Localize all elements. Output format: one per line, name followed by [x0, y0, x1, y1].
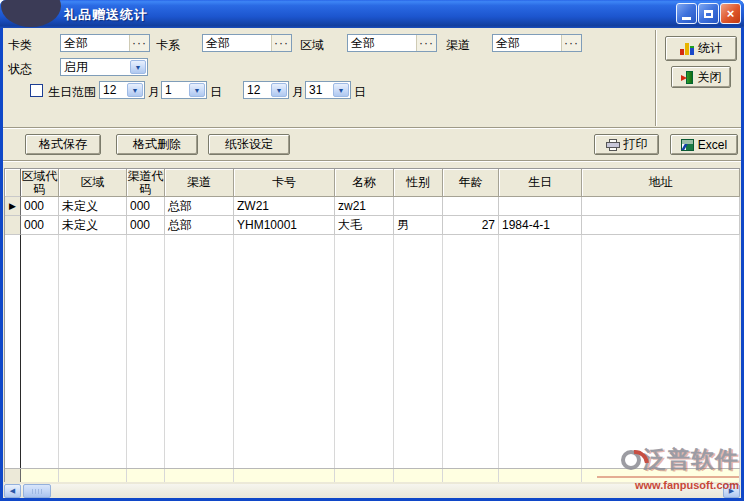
card-type-value: 全部 [61, 35, 129, 52]
col-header-age[interactable]: 年龄 [443, 169, 499, 197]
to-month-dropdown-icon[interactable]: ▼ [271, 83, 287, 97]
cell: YHM10001 [234, 216, 335, 235]
stats-button[interactable]: 统计 [665, 36, 737, 61]
birthday-range-checkbox[interactable] [30, 84, 43, 97]
empty-column [443, 235, 499, 468]
save-format-button[interactable]: 格式保存 [25, 134, 101, 155]
card-type-browse-icon[interactable]: ··· [129, 35, 149, 51]
window-title: 礼品赠送统计 [64, 6, 148, 24]
region-value: 全部 [348, 35, 416, 52]
card-series-value: 全部 [203, 35, 271, 52]
app-window: 礼品赠送统计 × 卡类 全部 ··· 卡系 全部 ··· 区域 全部 ··· 渠… [0, 0, 744, 501]
col-header-birthday[interactable]: 生日 [499, 169, 582, 197]
card-series-browse-icon[interactable]: ··· [271, 35, 291, 51]
col-header-channel[interactable]: 渠道 [165, 169, 234, 197]
cell: 总部 [165, 197, 234, 216]
separator-1 [3, 127, 741, 129]
from-day-dropdown-icon[interactable]: ▼ [189, 83, 205, 97]
footer-cell [234, 469, 335, 482]
cell: 000 [21, 197, 59, 216]
footer-cell [59, 469, 127, 482]
title-bar: 礼品赠送统计 × [0, 0, 744, 28]
scroll-left-button[interactable]: ◀ [4, 484, 21, 498]
footer-cell [165, 469, 234, 482]
grid-row-2[interactable]: 000 未定义 000 总部 YHM10001 大毛 男 27 1984-4-1 [5, 216, 740, 235]
cell [443, 197, 499, 216]
close-form-button[interactable]: 关闭 [671, 66, 731, 88]
grid-header-row: 区域代码 区域 渠道代码 渠道 卡号 名称 性别 年龄 生日 地址 [5, 169, 740, 197]
channel-browse-icon[interactable]: ··· [561, 35, 581, 51]
to-day-value: 31 [306, 83, 332, 97]
channel-input[interactable]: 全部 ··· [492, 34, 582, 52]
cell: 未定义 [59, 216, 127, 235]
empty-selector-column [5, 235, 21, 468]
print-label: 打印 [624, 136, 648, 153]
cell: zw21 [335, 197, 394, 216]
to-month-select[interactable]: 12 ▼ [243, 81, 289, 99]
save-format-label: 格式保存 [39, 136, 87, 153]
col-header-channel-code[interactable]: 渠道代码 [127, 169, 165, 197]
cell: 27 [443, 216, 499, 235]
from-month-dropdown-icon[interactable]: ▼ [127, 83, 143, 97]
cell [394, 197, 443, 216]
cell: 000 [127, 197, 165, 216]
card-type-input[interactable]: 全部 ··· [60, 34, 150, 52]
cell [582, 197, 740, 216]
empty-column [582, 235, 740, 468]
maximize-button[interactable] [698, 3, 719, 24]
scroll-right-button[interactable]: ▶ [723, 484, 740, 498]
empty-column [59, 235, 127, 468]
excel-button[interactable]: Excel [670, 134, 738, 155]
col-header-gender[interactable]: 性别 [394, 169, 443, 197]
exit-door-icon [681, 71, 694, 84]
empty-column [394, 235, 443, 468]
region-browse-icon[interactable]: ··· [416, 35, 436, 51]
printer-icon [606, 139, 620, 151]
footer-cell [394, 469, 443, 482]
col-header-region[interactable]: 区域 [59, 169, 127, 197]
status-value: 启用 [61, 59, 129, 76]
from-month-suffix: 月 [148, 84, 160, 101]
channel-value: 全部 [493, 35, 561, 52]
close-form-label: 关闭 [698, 69, 722, 86]
minimize-icon [682, 17, 691, 20]
stats-button-label: 统计 [698, 40, 722, 57]
status-select[interactable]: 启用 ▼ [60, 58, 148, 76]
cell: 大毛 [335, 216, 394, 235]
to-month-value: 12 [244, 83, 270, 97]
col-header-region-code[interactable]: 区域代码 [21, 169, 59, 197]
cell [582, 216, 740, 235]
grid-empty-area [5, 235, 740, 468]
paper-setup-button[interactable]: 纸张设定 [208, 134, 290, 155]
from-day-select[interactable]: 1 ▼ [161, 81, 207, 99]
from-month-value: 12 [100, 83, 126, 97]
scroll-left-icon: ◀ [10, 487, 15, 495]
cell: ZW21 [234, 197, 335, 216]
card-series-input[interactable]: 全部 ··· [202, 34, 292, 52]
cell [499, 197, 582, 216]
close-window-button[interactable]: × [720, 3, 741, 24]
to-day-select[interactable]: 31 ▼ [305, 81, 351, 99]
from-month-select[interactable]: 12 ▼ [99, 81, 145, 99]
col-header-name[interactable]: 名称 [335, 169, 394, 197]
corner-watermark-blob [1, 0, 61, 27]
col-header-address[interactable]: 地址 [582, 169, 740, 197]
col-header-card-no[interactable]: 卡号 [234, 169, 335, 197]
footer-cell [582, 469, 740, 482]
status-label: 状态 [8, 61, 32, 78]
to-day-dropdown-icon[interactable]: ▼ [333, 83, 349, 97]
footer-cell [21, 469, 59, 482]
region-input[interactable]: 全部 ··· [347, 34, 437, 52]
grid-corner-cell [5, 169, 21, 197]
paper-setup-label: 纸张设定 [225, 136, 273, 153]
excel-label: Excel [698, 138, 727, 152]
grid-row-1[interactable]: ▶ 000 未定义 000 总部 ZW21 zw21 [5, 197, 740, 216]
minimize-button[interactable] [676, 3, 697, 24]
row-selector-2[interactable] [5, 216, 21, 235]
horizontal-scrollbar[interactable]: ◀ ▶ [4, 484, 740, 498]
scrollbar-thumb[interactable] [23, 484, 51, 498]
status-dropdown-icon[interactable]: ▼ [130, 60, 146, 74]
delete-format-button[interactable]: 格式删除 [116, 134, 198, 155]
print-button[interactable]: 打印 [594, 134, 659, 155]
row-selector-1[interactable]: ▶ [5, 197, 21, 216]
